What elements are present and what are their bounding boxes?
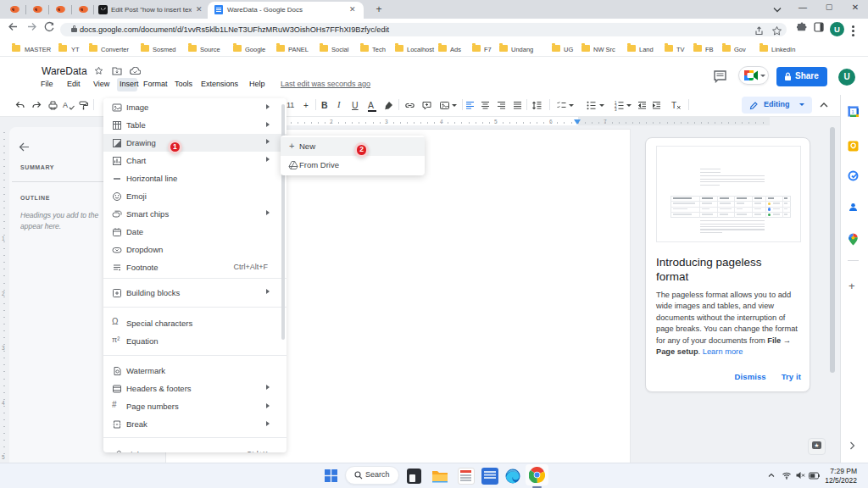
svg-text:T: T: [671, 101, 676, 110]
svg-text:3: 3: [615, 108, 617, 112]
svg-text:1: 1: [852, 109, 854, 114]
